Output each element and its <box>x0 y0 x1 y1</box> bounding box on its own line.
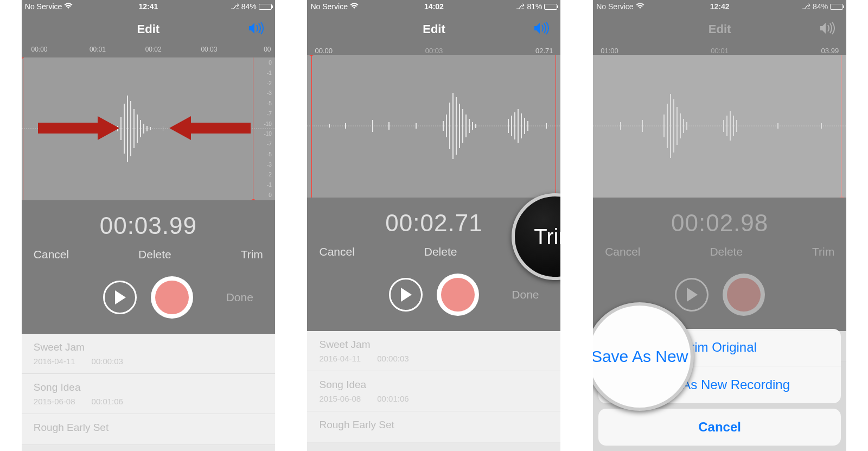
done-button[interactable]: Done <box>512 288 539 301</box>
svg-rect-45 <box>524 118 525 134</box>
svg-rect-41 <box>511 116 512 136</box>
svg-rect-16 <box>150 127 151 130</box>
cancel-button[interactable]: Cancel <box>319 245 354 258</box>
svg-rect-31 <box>449 103 450 149</box>
svg-rect-17 <box>163 126 163 131</box>
battery-icon <box>544 4 557 10</box>
db-scale: 0-1 -2-3 -5-7 -10-10 -7-5 -3-2 -10 <box>258 58 274 200</box>
screen-2: No Service 14:02 ⎇ 81% Edit 00.00 00:03 … <box>307 0 560 451</box>
svg-rect-9 <box>127 96 128 162</box>
svg-marker-22 <box>115 290 126 304</box>
svg-rect-39 <box>475 124 476 128</box>
speaker-icon[interactable] <box>248 22 264 37</box>
tutorial-arrow-left <box>169 115 251 144</box>
svg-rect-33 <box>456 97 457 155</box>
recordings-list: Sweet Jam 2016-04-1100:00:03 Song Idea 2… <box>22 334 275 445</box>
trim-end-line[interactable] <box>253 58 253 200</box>
clock: 14:02 <box>307 2 560 11</box>
list-item[interactable]: Sweet Jam 2016-04-1100:00:03 <box>307 331 560 371</box>
svg-rect-13 <box>140 120 141 137</box>
trim-end-line[interactable] <box>556 55 556 198</box>
battery-icon <box>259 4 272 10</box>
recordings-list: Sweet Jam 2016-04-1100:00:03 Song Idea 2… <box>307 331 560 442</box>
svg-rect-8 <box>124 104 125 154</box>
svg-rect-29 <box>443 121 444 131</box>
svg-rect-10 <box>130 101 131 156</box>
svg-marker-21 <box>169 116 251 140</box>
svg-rect-34 <box>459 104 460 148</box>
status-bar: No Service 14:02 ⎇ 81% <box>307 0 560 13</box>
svg-rect-7 <box>120 117 122 140</box>
edit-actions: Cancel Delete Trim <box>22 248 275 269</box>
playback-controls: Done <box>22 269 275 334</box>
svg-rect-14 <box>143 124 144 134</box>
svg-rect-24 <box>329 124 330 128</box>
svg-rect-28 <box>416 123 417 129</box>
svg-rect-11 <box>133 109 135 148</box>
waveform[interactable] <box>307 55 560 198</box>
svg-rect-43 <box>518 109 519 143</box>
play-button[interactable] <box>389 278 423 312</box>
header: Edit <box>307 13 560 46</box>
timeline-ruler: 00.00 00:03 02.71 <box>307 46 560 55</box>
list-item[interactable]: Rough Early Set <box>22 414 275 445</box>
svg-rect-12 <box>137 115 138 143</box>
status-bar: No Service 12:41 ⎇ 84% <box>22 0 275 13</box>
svg-rect-30 <box>446 115 447 137</box>
record-button[interactable] <box>151 276 193 319</box>
clock: 12:41 <box>22 2 275 11</box>
list-item[interactable]: Sweet Jam 2016-04-1100:00:03 <box>22 334 275 374</box>
svg-marker-20 <box>38 116 119 140</box>
playback-controls: Done <box>307 266 560 331</box>
tutorial-arrow-right <box>38 115 119 144</box>
sheet-cancel[interactable]: Cancel <box>598 409 841 446</box>
done-button[interactable]: Done <box>226 291 253 304</box>
timecode: 00:03.99 <box>22 200 275 248</box>
svg-rect-37 <box>469 119 470 133</box>
svg-rect-44 <box>521 113 522 138</box>
trim-start-line[interactable] <box>311 55 312 198</box>
delete-button[interactable]: Delete <box>138 248 171 261</box>
list-item[interactable]: Song Idea 2015-06-0800:01:06 <box>307 371 560 411</box>
screen-1: No Service 12:41 ⎇ 84% Edit 00:00 00:01 … <box>22 0 275 451</box>
trim-start-line[interactable] <box>23 58 23 200</box>
svg-rect-38 <box>472 122 473 130</box>
page-title: Edit <box>137 22 160 36</box>
speaker-icon[interactable] <box>533 22 550 37</box>
list-item[interactable]: Song Idea 2015-06-0800:01:06 <box>22 374 275 414</box>
timeline-ruler: 00:00 00:01 00:02 00:03 00 <box>22 46 275 58</box>
svg-rect-25 <box>345 123 346 129</box>
waveform[interactable]: 0-1 -2-3 -5-7 -10-10 -7-5 -3-2 -10 <box>22 58 275 200</box>
svg-rect-32 <box>452 93 454 159</box>
list-item[interactable]: Rough Early Set <box>307 411 560 442</box>
svg-rect-36 <box>465 115 467 137</box>
svg-rect-42 <box>514 112 515 139</box>
screen-3: No Service 12:42 ⎇ 84% Edit 01:00 00:01 … <box>593 0 846 451</box>
delete-button[interactable]: Delete <box>424 245 457 258</box>
svg-rect-26 <box>372 120 373 132</box>
svg-rect-35 <box>462 109 463 143</box>
svg-marker-48 <box>401 288 412 302</box>
page-title: Edit <box>423 22 445 36</box>
svg-rect-40 <box>508 119 509 133</box>
svg-rect-27 <box>388 122 390 130</box>
header: Edit <box>22 13 275 46</box>
record-button[interactable] <box>437 274 479 316</box>
play-button[interactable] <box>103 281 137 314</box>
trim-button[interactable]: Trim <box>241 248 263 261</box>
svg-rect-47 <box>546 123 547 129</box>
svg-rect-15 <box>146 126 148 131</box>
svg-rect-46 <box>527 121 528 131</box>
cancel-button[interactable]: Cancel <box>34 248 69 261</box>
